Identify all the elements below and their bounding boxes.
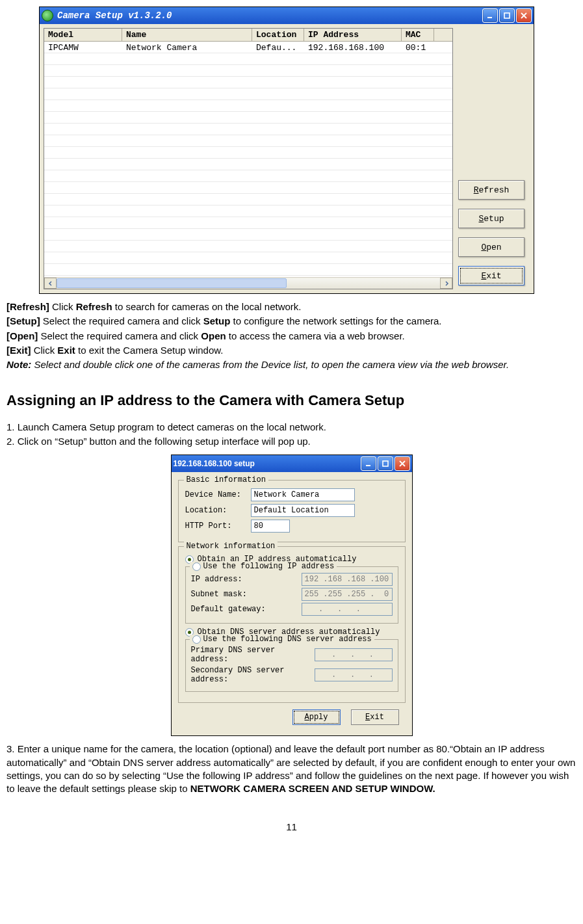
- use-dns-label: Use the following DNS server address: [203, 635, 372, 644]
- scroll-thumb[interactable]: [57, 278, 287, 288]
- close-button[interactable]: [395, 456, 410, 471]
- use-dns-radio[interactable]: [192, 635, 201, 644]
- table-header: Model Name Location IP Address MAC: [44, 29, 452, 42]
- maximize-button[interactable]: [378, 456, 393, 471]
- titlebar[interactable]: Camera Setup v1.3.2.0: [40, 7, 534, 24]
- scroll-right-button[interactable]: [440, 278, 452, 289]
- device-name-label: Device Name:: [185, 490, 247, 499]
- use-ip-label: Use the following IP address: [203, 562, 335, 571]
- location-input[interactable]: [251, 504, 355, 517]
- exit-button[interactable]: Exit: [458, 266, 525, 285]
- http-port-input[interactable]: [251, 520, 290, 533]
- ip-setup-window: 192.168.168.100 setup Basic information …: [171, 455, 413, 736]
- cell-name: Network Camera: [122, 42, 252, 53]
- open-label: [Open]: [6, 330, 38, 341]
- col-mac[interactable]: MAC: [402, 29, 434, 41]
- window-title: 192.168.168.100 setup: [174, 459, 361, 468]
- note-label: Note:: [6, 359, 31, 370]
- primary-dns-label: Primary DNS server address:: [191, 646, 315, 664]
- instructions-block: [Refresh] Click Refresh to search for ca…: [6, 300, 577, 448]
- svg-rect-3: [383, 461, 388, 466]
- step3-block: 3. Enter a unique name for the camera, t…: [6, 743, 577, 795]
- use-ip-radio[interactable]: [192, 562, 201, 571]
- titlebar[interactable]: 192.168.168.100 setup: [172, 455, 412, 472]
- svg-rect-0: [487, 17, 492, 18]
- refresh-label: [Refresh]: [6, 301, 49, 312]
- setup-button[interactable]: Setup: [458, 209, 525, 228]
- basic-legend: Basic information: [184, 475, 268, 484]
- subnet-mask-input: [302, 588, 393, 601]
- table-row[interactable]: IPCAMW Network Camera Defau... 192.168.1…: [44, 42, 452, 53]
- device-table[interactable]: Model Name Location IP Address MAC IPCAM…: [44, 28, 453, 289]
- cell-model: IPCAMW: [44, 42, 122, 53]
- step-2: 2. Click on “Setup” button and the follo…: [6, 435, 577, 448]
- refresh-button[interactable]: Refresh: [458, 180, 525, 200]
- network-legend: Network information: [184, 542, 278, 551]
- location-label: Location:: [185, 506, 247, 515]
- minimize-button[interactable]: [361, 456, 376, 471]
- minimize-button[interactable]: [482, 8, 498, 23]
- horizontal-scrollbar[interactable]: [44, 277, 452, 289]
- secondary-dns-label: Secondary DNS server address:: [191, 666, 315, 684]
- gateway-label: Default gateway:: [191, 605, 302, 614]
- col-model[interactable]: Model: [44, 29, 122, 41]
- network-info-group: Network information Obtain an IP address…: [178, 546, 406, 703]
- ip-address-label: IP address:: [191, 575, 302, 584]
- col-name[interactable]: Name: [122, 29, 252, 41]
- close-button[interactable]: [516, 8, 532, 23]
- subnet-mask-label: Subnet mask:: [191, 590, 302, 599]
- cell-ip: 192.168.168.100: [304, 42, 402, 53]
- step-1: 1. Launch Camera Setup program to detect…: [6, 421, 577, 434]
- device-name-input[interactable]: [251, 488, 355, 501]
- exit-button[interactable]: Exit: [351, 709, 399, 725]
- col-location[interactable]: Location: [252, 29, 304, 41]
- use-ip-group: Use the following IP address IP address:…: [185, 566, 398, 624]
- svg-rect-1: [504, 13, 510, 18]
- svg-rect-2: [366, 465, 370, 466]
- http-port-label: HTTP Port:: [185, 521, 247, 531]
- secondary-dns-input: [315, 668, 393, 681]
- ip-address-input: [302, 573, 393, 586]
- section-heading: Assigning an IP address to the Camera wi…: [6, 391, 577, 410]
- basic-info-group: Basic information Device Name: Location:…: [178, 480, 406, 542]
- col-ip[interactable]: IP Address: [304, 29, 402, 41]
- cell-location: Defau...: [252, 42, 304, 53]
- gateway-input: [302, 603, 393, 616]
- cell-mac: 00:1: [402, 42, 434, 53]
- apply-button[interactable]: Apply: [292, 709, 341, 725]
- primary-dns-input: [315, 648, 393, 661]
- exit-label: [Exit]: [6, 345, 31, 356]
- camera-setup-window: Camera Setup v1.3.2.0 Model Name Locatio…: [39, 7, 534, 294]
- maximize-button[interactable]: [499, 8, 515, 23]
- window-title: Camera Setup v1.3.2.0: [57, 10, 482, 21]
- setup-label: [Setup]: [6, 315, 40, 326]
- scroll-left-button[interactable]: [44, 278, 57, 289]
- open-button[interactable]: Open: [458, 237, 525, 257]
- use-dns-group: Use the following DNS server address Pri…: [185, 639, 398, 692]
- app-icon: [42, 10, 53, 21]
- page-number: 11: [6, 821, 577, 832]
